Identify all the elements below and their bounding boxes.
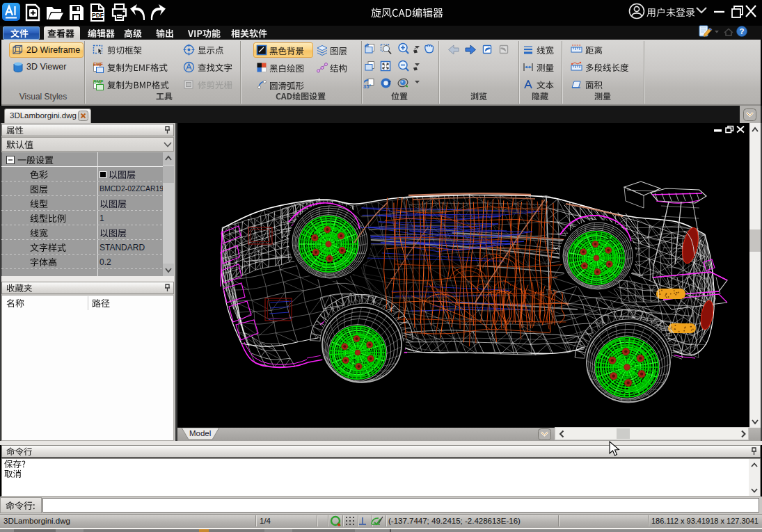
- svg-text:?: ?: [740, 27, 745, 35]
- svg-text:PDF: PDF: [92, 12, 104, 19]
- svg-text:EMF: EMF: [93, 62, 103, 67]
- svg-text:35°: 35°: [363, 83, 371, 90]
- svg-text:BMP: BMP: [93, 79, 104, 84]
